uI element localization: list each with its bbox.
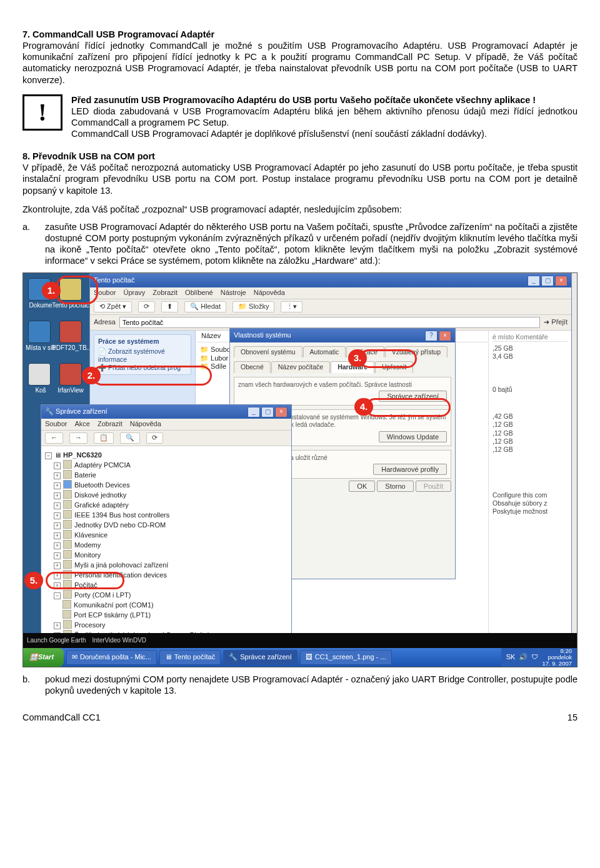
help-button[interactable]: ? <box>425 331 438 341</box>
device-tree[interactable]: −🖥 HP_NC6320 +Adaptéry PCMCIA +Baterie +… <box>45 450 288 630</box>
cell: ,12 GB <box>492 429 568 437</box>
views-button[interactable]: ⋮▾ <box>281 301 302 312</box>
taskbar-item[interactable]: 🖥 Tento počítač <box>159 650 221 665</box>
tab-row2: Obecné Název počítače Hardware Upřesnit <box>234 361 451 372</box>
tb-icon[interactable]: 📋 <box>94 432 114 444</box>
tb-icon[interactable]: ⟳ <box>146 432 163 444</box>
maximize-button[interactable]: ▢ <box>261 407 274 417</box>
tree-root[interactable]: HP_NC6320 <box>63 451 102 459</box>
highlight-ring-3 <box>359 349 417 368</box>
menu-item[interactable]: Akce <box>74 420 89 429</box>
tree-item[interactable]: Baterie <box>74 471 96 479</box>
cell: 0 bajtů <box>492 386 568 394</box>
maximize-button[interactable]: ▢ <box>541 276 554 286</box>
folders-button[interactable]: 📁 Složky <box>232 301 274 312</box>
tree-item[interactable]: Monitory <box>74 551 101 559</box>
desktop-icon[interactable] <box>59 363 82 386</box>
tray-icon[interactable]: 🔊 <box>519 653 528 662</box>
tree-item[interactable]: Modemy <box>74 541 101 549</box>
tab-general[interactable]: Obecné <box>234 361 271 372</box>
warning-block: ! Před zasunutím USB Programovacího Adap… <box>22 94 578 140</box>
menu-item[interactable]: Zobrazit <box>152 289 178 297</box>
menubar: Soubor Úpravy Zobrazit Oblíbené Nástroje… <box>90 287 571 299</box>
taskbar-item[interactable]: 🖼 CC1_screen_1.png - ... <box>300 650 392 665</box>
tree-item[interactable]: Grafické adaptéry <box>74 501 129 509</box>
cell: 3,4 GB <box>492 352 568 361</box>
cell: ,12 GB <box>492 437 568 446</box>
warning-icon: ! <box>22 94 62 131</box>
fwd-button[interactable]: ⟳ <box>138 301 155 312</box>
recycle-bin-icon[interactable] <box>28 363 51 386</box>
desktop-icon[interactable] <box>28 321 51 343</box>
hw-text: znam všech hardwarových e vašem počítači… <box>238 381 447 389</box>
search-button[interactable]: 🔍 Hledat <box>184 301 226 312</box>
tree-item: Myši a jiná polohovací zařízení <box>74 561 168 569</box>
apply-button[interactable]: Použít <box>416 481 451 492</box>
taskbar-item[interactable]: ✉ Doručená pošta - Mic... <box>66 650 157 665</box>
cancel-button[interactable]: Storno <box>377 481 413 492</box>
tree-subitem[interactable]: Port ECP tiskárny (LPT1) <box>74 611 151 619</box>
minimize-button[interactable]: _ <box>248 407 260 417</box>
tree-item[interactable]: Procesory <box>74 621 106 629</box>
tree-item-ports[interactable]: Porty (COM i LPT) <box>74 591 131 599</box>
tree-subitem[interactable]: Komunikační port (COM1) <box>74 601 154 609</box>
list-item[interactable]: 📁 Lubor <box>200 354 231 363</box>
address-input[interactable] <box>119 317 540 328</box>
side-item-sysinfo[interactable]: 📄 Zobrazit systémové informace <box>98 347 187 364</box>
up-button[interactable]: ⬆ <box>161 301 178 312</box>
windows-update-button[interactable]: Windows Update <box>379 431 447 442</box>
cell: Obsahuje súbory z <box>492 499 568 507</box>
close-button[interactable]: × <box>275 407 288 417</box>
tree-item[interactable]: Jednotky DVD nebo CD-ROM <box>74 521 166 529</box>
menu-item[interactable]: Nástroje <box>221 289 246 297</box>
ok-button[interactable]: OK <box>349 481 375 492</box>
address-label: Adresa <box>94 318 116 327</box>
tree-item[interactable]: Adaptéry PCMCIA <box>74 461 131 469</box>
system-tray[interactable]: SK 🔊 🛡 8:20 pondelok 17. 9. 2007 <box>501 648 577 667</box>
ql-item[interactable]: InterVideo WinDVD <box>92 637 147 645</box>
tb-icon[interactable]: ← <box>45 432 63 444</box>
start-button[interactable]: 🪟 Start <box>23 648 64 667</box>
highlight-ring-2 <box>92 366 212 386</box>
back-button[interactable]: ⟲ Zpět ▾ <box>94 301 132 312</box>
desktop-icon[interactable] <box>59 321 82 343</box>
titlebar[interactable]: Tento počítač _ ▢ × <box>90 274 571 287</box>
taskbar: 🪟 Start ✉ Doručená pošta - Mic... 🖥 Tent… <box>23 648 577 667</box>
tray-icon[interactable]: SK <box>506 653 516 662</box>
tree-item[interactable]: IEEE 1394 Bus host controllers <box>74 511 169 519</box>
close-button[interactable]: × <box>439 331 451 341</box>
go-button[interactable]: ➔ Přejít <box>544 318 568 327</box>
menu-item[interactable]: Oblíbené <box>185 289 213 297</box>
callout-4: 4. <box>354 398 373 416</box>
titlebar[interactable]: 🔧 Správce zařízení _ ▢ × <box>41 405 291 419</box>
tab-pcname[interactable]: Název počítače <box>271 361 330 372</box>
highlight-ring-4 <box>366 398 451 417</box>
sec8-heading: 8. Převodník USB na COM port <box>22 151 578 162</box>
hw-profiles-button[interactable]: Hardwarové profily <box>373 464 447 475</box>
window-device-manager: 🔧 Správce zařízení _ ▢ × Soubor Akce Zob… <box>41 404 292 633</box>
ql-item[interactable]: Launch Google Earth <box>27 637 86 645</box>
menu-item[interactable]: Úpravy <box>123 289 145 297</box>
cell: ,12 GB <box>492 421 568 429</box>
minimize-button[interactable]: _ <box>528 276 540 286</box>
window-title: Správce zařízení <box>56 407 108 415</box>
tree-item[interactable]: Diskové jednotky <box>74 491 126 499</box>
close-button[interactable]: × <box>555 276 568 286</box>
menu-item[interactable]: Nápověda <box>254 289 285 297</box>
titlebar[interactable]: Vlastnosti systému ?× <box>230 329 455 342</box>
menu-item[interactable]: Nápověda <box>130 420 161 429</box>
tree-item[interactable]: Klávesnice <box>74 531 108 539</box>
cell: Configure this com <box>492 491 568 499</box>
tb-icon[interactable]: 🔍 <box>120 432 140 444</box>
tree-item[interactable]: Bluetooth Devices <box>74 481 130 489</box>
tab-auto[interactable]: Automatic <box>303 346 346 357</box>
highlight-ring-1 <box>56 276 98 304</box>
menu-item[interactable]: Soubor <box>45 420 67 429</box>
list-item[interactable]: 📁 Soubo <box>200 346 231 354</box>
tb-icon[interactable]: → <box>69 432 88 444</box>
taskbar-item-active[interactable]: 🔧 Správce zařízení <box>223 650 298 665</box>
tray-icon[interactable]: 🛡 <box>531 653 538 662</box>
menu-item[interactable]: Zobrazit <box>98 420 122 429</box>
tab-restore[interactable]: Obnovení systému <box>234 346 302 357</box>
sec7-heading: 7. CommandCall USB Programovací Adaptér <box>22 29 578 40</box>
